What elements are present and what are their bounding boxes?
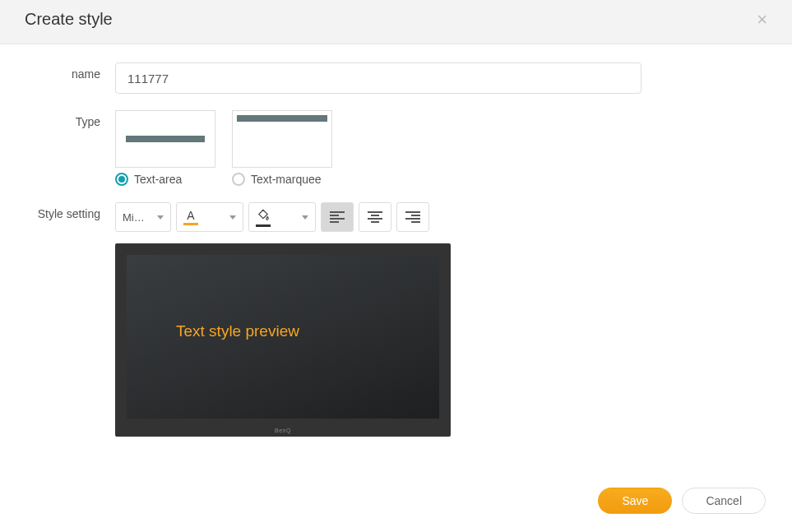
cancel-button[interactable]: Cancel [682,488,766,514]
name-label: name [0,62,115,94]
radio-text-marquee[interactable] [232,173,245,186]
text-color-icon: A [183,210,198,225]
align-right-icon [405,211,420,223]
align-right-button[interactable] [396,202,429,232]
text-color-swatch [183,223,198,225]
preview-monitor: Text style preview BenQ [115,243,451,437]
type-label: Type [0,110,115,186]
name-input[interactable] [115,62,641,94]
chevron-down-icon [157,215,164,220]
font-select[interactable]: Mi… [115,202,171,232]
radio-label-text-area: Text-area [134,173,182,186]
modal-footer: Save Cancel [598,488,766,514]
chevron-down-icon [229,215,236,220]
text-color-letter: A [187,210,194,221]
paint-bucket-icon [256,208,271,223]
form-row-name: name [0,62,792,94]
modal-body: name Type Text-area Text- [0,44,792,437]
type-preview-text-area[interactable] [115,110,215,168]
fill-color-swatch [256,224,271,227]
close-button[interactable]: × [757,11,767,29]
type-option-text-marquee[interactable]: Text-marquee [232,110,332,186]
form-row-style: Style setting Mi… A [0,202,792,437]
type-options: Text-area Text-marquee [115,110,660,186]
text-color-select[interactable]: A [176,202,243,232]
type-option-text-area[interactable]: Text-area [115,110,215,186]
save-button[interactable]: Save [598,488,672,514]
monitor-brand-label: BenQ [275,428,291,433]
chevron-down-icon [302,215,308,220]
modal-header: Create style × [0,0,792,44]
style-label: Style setting [0,202,115,437]
radio-label-text-marquee: Text-marquee [251,173,322,186]
type-preview-text-marquee[interactable] [232,110,332,168]
align-center-icon [368,211,382,223]
fill-color-icon [256,208,271,227]
align-left-button[interactable] [321,202,354,232]
align-left-icon [330,211,345,223]
form-row-type: Type Text-area Text-marquee [0,110,792,186]
modal-title: Create style [25,10,113,29]
preview-text: Text style preview [176,322,299,340]
fill-color-select[interactable] [248,202,316,232]
align-center-button[interactable] [359,202,391,232]
font-select-value: Mi… [123,211,152,224]
radio-text-area[interactable] [115,173,128,186]
style-toolbar: Mi… A [115,202,660,232]
